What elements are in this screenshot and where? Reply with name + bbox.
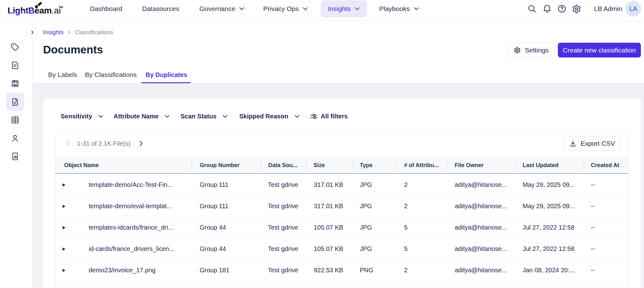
svg-text:TM: TM — [59, 6, 63, 9]
